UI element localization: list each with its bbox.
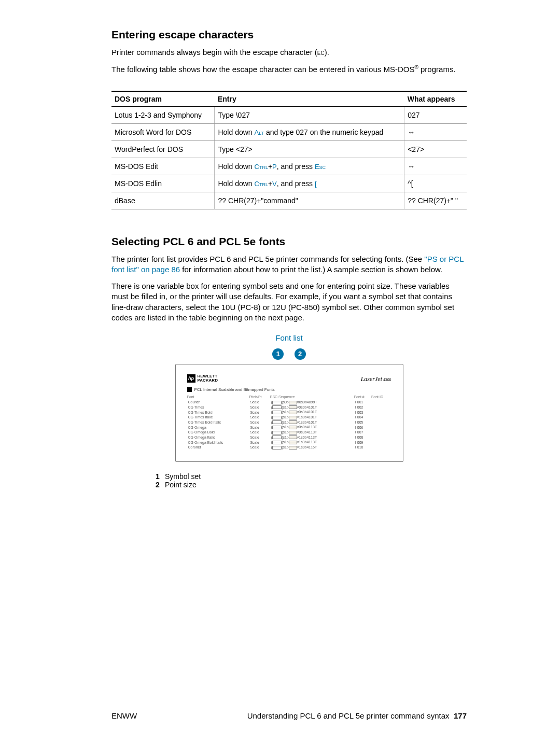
symbol-set-box [272,441,282,444]
page-number: 177 [454,711,467,720]
callout-1-icon: 1 [272,348,284,360]
page-footer: ENWW Understanding PCL 6 and PCL 5e prin… [111,711,467,720]
registered-mark: ® [414,64,418,70]
key-ctrl: Ctrl [255,180,268,188]
figure-legend: 1Symbol set 2Point size [156,472,467,489]
table-row: WordPerfect for DOS Type <27> <27> [111,140,467,158]
symbol-set-box [272,435,282,439]
cell-program: MS-DOS Edlin [111,175,215,192]
cell-program: Lotus 1-2-3 and Symphony [111,106,215,123]
cell-program: Microsoft Word for DOS [111,123,215,140]
cell-entry: Type <27> [215,140,404,158]
callout-2-icon: 2 [295,348,306,360]
point-size-box [289,411,297,414]
font-list-sample: hp HEWLETTPACKARD LaserJet 4300 PCL Inte… [175,364,403,462]
para-symbol-set-info: There is one variable box for entering s… [111,281,467,323]
square-bullet-icon [187,387,192,392]
key-bracket: [ [315,180,317,188]
table-row: Lotus 1-2-3 and Symphony Type \027 027 [111,106,467,123]
heading-selecting-fonts: Selecting PCL 6 and PCL 5e fonts [111,235,467,248]
table-row: CG OmegaScale((s1pv0s0b4113TI 006 [187,425,391,430]
point-size-box [289,401,297,404]
col-font: Font [187,395,249,400]
text: Hold down [218,128,254,136]
legend-item: 1Symbol set [156,472,467,481]
symbol-set-box [272,411,282,414]
text: , and press [277,162,315,171]
font-sample-table: Font Pitch/Pt ESC Sequence Font # Font I… [187,395,391,450]
cell-appears: <27> [404,140,467,158]
point-size-box [289,416,297,419]
col-esc: ESC Sequence [270,395,351,400]
symbol-set-box [272,416,282,419]
table-row: CG Times BoldScale((s1pv0s3b4101TI 003 [187,410,391,415]
key-p: P [272,163,277,171]
figure-caption: Font list [111,333,467,342]
table-row: CG Omega ItalicScale((s1pv1s0b4113TI 008 [187,435,391,440]
key-v: V [272,180,277,188]
text: programs. [418,65,456,74]
escape-glyph: EC [317,50,325,56]
table-row: CG Omega BoldScale((s1pv0s3b4113TI 007 [187,430,391,435]
text: for information about how to print the l… [180,265,442,274]
cell-entry: Hold down Ctrl+V, and press [ [215,175,404,192]
col-header-entry: Entry [215,91,404,107]
point-size-box [289,435,297,439]
table-row: CG TimesScale((s1pv0s0b4101TI 002 [187,405,391,410]
symbol-set-box [272,446,282,449]
heading-escape-characters: Entering escape characters [111,29,467,41]
para-escape-table-intro: The following table shows how the escape… [111,64,467,75]
hp-logo: hp HEWLETTPACKARD [187,374,218,383]
col-header-appears: What appears [404,91,467,107]
table-row: CourierScale((s0ph0s0b4099TI 001 [187,400,391,405]
cell-program: dBase [111,192,215,209]
point-size-box [289,420,297,424]
table-row: CoronetScale((s1pv1s0b4116TI 010 [187,445,391,450]
cell-appears: 027 [404,106,467,123]
text: Printer commands always begin with the e… [111,48,317,57]
symbol-set-box [272,426,282,429]
font-list-figure: 1 2 hp HEWLETTPACKARD LaserJet 4300 PCL … [111,348,467,462]
cell-program: WordPerfect for DOS [111,140,215,158]
point-size-box [289,405,297,409]
cell-appears: ?? CHR(27)+" " [404,192,467,209]
legend-item: 2Point size [156,481,467,489]
point-size-box [289,441,297,444]
text: The printer font list provides PCL 6 and… [111,255,424,263]
point-size-box [289,446,297,449]
cell-appears: ↔ [404,123,467,140]
cell-entry: Hold down Alt and type 027 on the numeri… [215,123,404,140]
col-fontid: Font ID [371,395,391,400]
text: Hold down [218,162,254,171]
symbol-set-box [272,405,282,409]
symbol-set-box [272,401,282,404]
text: + [268,179,272,188]
cell-entry: Hold down Ctrl+P, and press Esc [215,158,404,175]
text: , and press [277,179,315,188]
font-list-title: PCL Internal Scalable and Bitmapped Font… [194,387,275,392]
table-row: MS-DOS Edlin Hold down Ctrl+V, and press… [111,175,467,192]
point-size-box [289,426,297,429]
footer-left: ENWW [111,711,137,720]
laserjet-label: LaserJet 4300 [361,374,391,383]
cell-entry: Type \027 [215,106,404,123]
dos-escape-table: DOS program Entry What appears Lotus 1-2… [111,91,467,209]
cell-appears: ^[ [404,175,467,192]
key-esc: Esc [315,163,326,171]
table-row: CG Omega Bold ItalicScale((s1pv1s3b4113T… [187,440,391,445]
text: Hold down [218,179,254,188]
col-header-program: DOS program [111,91,215,107]
col-pitch: Pitch/Pt [249,395,270,400]
text: + [268,162,272,171]
footer-right: Understanding PCL 6 and PCL 5e printer c… [247,711,467,720]
cell-entry: ?? CHR(27)+"command" [215,192,404,209]
table-row: Microsoft Word for DOS Hold down Alt and… [111,123,467,140]
para-escape-intro: Printer commands always begin with the e… [111,47,467,58]
text: The following table shows how the escape… [111,65,414,74]
key-ctrl: Ctrl [255,163,268,171]
col-fontnum: Font # [354,395,371,400]
symbol-set-box [272,431,282,434]
hp-brand-text: HEWLETTPACKARD [198,374,218,383]
point-size-box [289,431,297,434]
cell-program: MS-DOS Edit [111,158,215,175]
